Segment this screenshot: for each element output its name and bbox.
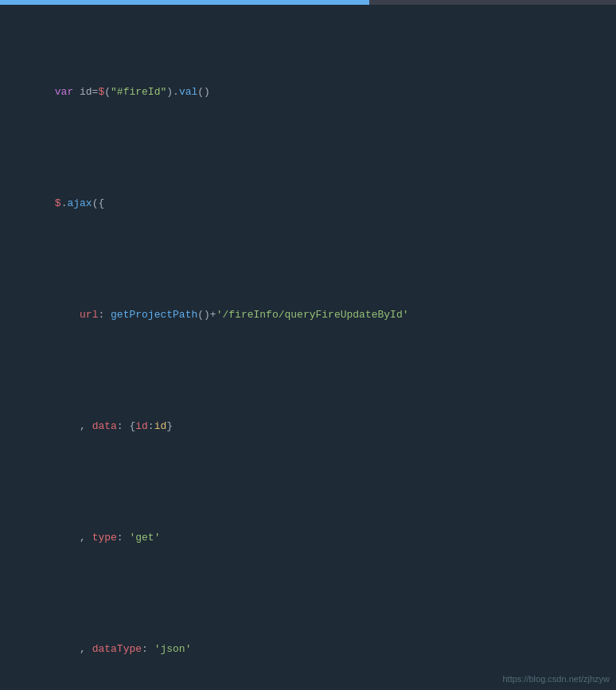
line-content: , type: 'get'	[14, 514, 610, 562]
watermark: https://blog.csdn.net/zjhzyw	[502, 674, 610, 684]
line-content: var id=$("#fireId").val()	[14, 68, 610, 116]
line-content: url: getProjectPath()+'/fireInfo/queryFi…	[14, 291, 610, 339]
code-line: url: getProjectPath()+'/fireInfo/queryFi…	[0, 291, 616, 339]
code-line: , dataType: 'json'	[0, 626, 616, 673]
line-content: , data: {id:id}	[14, 403, 610, 450]
line-content: , dataType: 'json'	[14, 626, 610, 673]
line-content: $.ajax({	[14, 180, 610, 228]
code-line: , data: {id:id}	[0, 403, 616, 450]
code-editor: var id=$("#fireId").val() $.ajax({ url: …	[0, 5, 616, 690]
code-line: , type: 'get'	[0, 514, 616, 562]
code-line: var id=$("#fireId").val()	[0, 68, 616, 116]
code-line: $.ajax({	[0, 180, 616, 228]
